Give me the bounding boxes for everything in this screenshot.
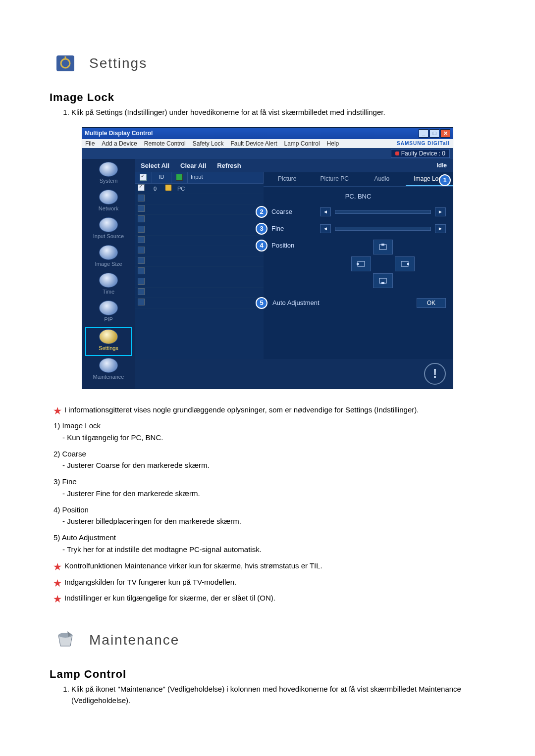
svg-rect-6 (357, 263, 359, 265)
fault-dot-icon (395, 151, 399, 155)
sidebar-item-system[interactable]: System (86, 161, 131, 188)
position-up-button[interactable] (373, 240, 393, 254)
titlebar: Multiple Display Control _ □ ✕ (82, 128, 453, 139)
select-all-button[interactable]: Select All (141, 162, 169, 169)
sidebar-item-settings[interactable]: Settings (85, 327, 132, 356)
idle-label: Idle (436, 162, 447, 169)
alert-icon: ! (424, 363, 446, 385)
checkbox-header-icon[interactable] (140, 174, 147, 181)
row-checkbox[interactable] (138, 184, 145, 191)
position-control: 4 Position (270, 240, 446, 288)
auto-adjustment-label: Auto Adjustment (272, 299, 412, 306)
menu-help[interactable]: Help (327, 140, 339, 147)
faulty-device-badge: Faulty Device : 0 (391, 149, 450, 158)
menu-lamp-control[interactable]: Lamp Control (284, 140, 320, 147)
maximize-button[interactable]: □ (429, 129, 439, 138)
row-input: PC (174, 186, 264, 192)
info-star-4: ★Indstillinger er kun tilgængelige for s… (54, 592, 500, 606)
menu-safety-lock[interactable]: Safety Lock (193, 140, 224, 147)
maintenance-header: Maintenance (52, 626, 515, 654)
coarse-control: 2 Coarse ◄ ► (270, 206, 446, 218)
ok-button[interactable]: OK (417, 298, 446, 308)
grid-row-empty (135, 298, 264, 308)
sidebar-item-maintenance[interactable]: Maintenance (86, 357, 131, 384)
callout-1: 1 (439, 174, 451, 186)
mode-label: PC, BNC (270, 193, 446, 200)
info-star-3: ★Indgangskilden for TV fungerer kun på T… (54, 576, 500, 591)
menu-fault-alert[interactable]: Fault Device Alert (230, 140, 277, 147)
coarse-decrease-button[interactable]: ◄ (320, 207, 331, 216)
svg-rect-7 (401, 261, 408, 266)
coarse-slider[interactable] (335, 210, 431, 214)
maintenance-title: Maintenance (89, 632, 179, 648)
coarse-increase-button[interactable]: ► (435, 207, 446, 216)
sidebar-item-pip[interactable]: PIP (86, 300, 131, 326)
maintenance-step-1: Klik på ikonet "Maintenance" (Vedligehol… (71, 684, 500, 706)
menubar: File Add a Device Remote Control Safety … (82, 139, 453, 148)
position-left-button[interactable] (351, 256, 371, 271)
tab-picture[interactable]: Picture (264, 172, 311, 186)
position-label: Position (271, 240, 316, 249)
settings-icon (52, 50, 79, 77)
app-title: Multiple Display Control (85, 130, 153, 137)
grid-row-empty (135, 204, 264, 215)
toolbar: Select All Clear All Refresh Idle (135, 159, 453, 172)
image-lock-heading: Image Lock (50, 91, 515, 104)
grid-col-id: ID (152, 172, 171, 183)
clear-all-button[interactable]: Clear All (180, 162, 206, 169)
settings-panel: Picture Picture PC Audio Image Lock 1 PC… (264, 172, 453, 359)
grid-row-0[interactable]: 0 PC (135, 184, 264, 194)
svg-rect-4 (381, 244, 384, 246)
svg-rect-8 (407, 263, 409, 265)
grid-row-empty (135, 246, 264, 256)
sidebar-item-image-size[interactable]: Image Size (86, 244, 131, 271)
svg-rect-5 (358, 261, 365, 266)
tab-picture-pc[interactable]: Picture PC (311, 172, 359, 186)
grid-row-empty (135, 256, 264, 267)
grid-row-empty (135, 236, 264, 246)
menu-file[interactable]: File (85, 140, 95, 147)
grid-row-empty (135, 267, 264, 277)
menu-add-device[interactable]: Add a Device (102, 140, 137, 147)
fine-control: 3 Fine ◄ ► (270, 223, 446, 235)
settings-steps: Klik på Settings (Indstillinger) under h… (60, 107, 515, 118)
tab-audio[interactable]: Audio (358, 172, 406, 186)
fine-slider[interactable] (335, 227, 431, 231)
callout-4: 4 (256, 240, 268, 252)
settings-title: Settings (89, 55, 147, 71)
app-footer: ! (135, 359, 453, 389)
row-status-icon (165, 184, 172, 191)
settings-header: Settings (52, 50, 515, 77)
fine-increase-button[interactable]: ► (435, 224, 446, 233)
settings-step-1: Klik på Settings (Indstillinger) under h… (71, 107, 500, 118)
grid-col-input: Input (188, 172, 264, 183)
faulty-device-text: Faulty Device : 0 (401, 150, 445, 157)
maintenance-steps: Klik på ikonet "Maintenance" (Vedligehol… (60, 684, 515, 706)
sidebar-item-input-source[interactable]: Input Source (86, 216, 131, 243)
device-grid: ID Input 0 PC (135, 172, 264, 359)
close-button[interactable]: ✕ (440, 129, 450, 138)
position-down-button[interactable] (373, 273, 393, 288)
grid-row-empty (135, 288, 264, 298)
status-header-icon (176, 174, 183, 181)
lamp-control-heading: Lamp Control (50, 668, 515, 681)
info-star-2: ★Kontrolfunktionen Maintenance virker ku… (54, 560, 500, 574)
menu-remote-control[interactable]: Remote Control (144, 140, 186, 147)
app-screenshot: Multiple Display Control _ □ ✕ File Add … (82, 127, 453, 389)
callout-3: 3 (256, 223, 268, 235)
sidebar-item-network[interactable]: Network (86, 189, 131, 215)
minimize-button[interactable]: _ (419, 129, 428, 138)
position-right-button[interactable] (395, 256, 415, 271)
refresh-button[interactable]: Refresh (217, 162, 241, 169)
sidebar-item-time[interactable]: Time (86, 272, 131, 299)
numbered-info-list: 1) Image Lock- Kun tilgængelig for PC, B… (54, 420, 500, 555)
brand-label: SAMSUNG DIGITall (397, 141, 450, 146)
maintenance-icon (52, 626, 79, 654)
callout-5: 5 (256, 297, 268, 309)
coarse-label: Coarse (271, 208, 316, 215)
info-star-1: ★I informationsgitteret vises nogle grun… (54, 404, 500, 418)
sidebar: System Network Input Source Image Size T… (82, 159, 135, 389)
fine-label: Fine (271, 225, 316, 232)
grid-row-empty (135, 277, 264, 288)
fine-decrease-button[interactable]: ◄ (320, 224, 331, 233)
